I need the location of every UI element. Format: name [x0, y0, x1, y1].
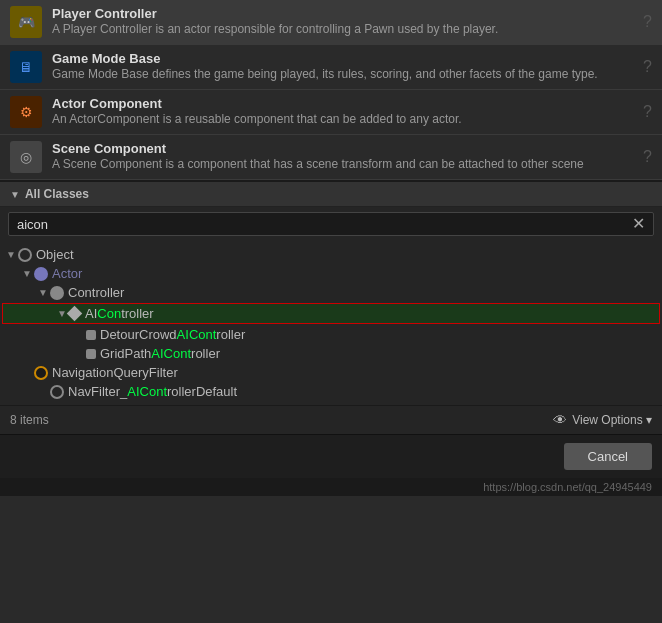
node-icon-aicontroller: [67, 306, 83, 322]
view-options-label: View Options ▾: [572, 413, 652, 427]
tree-item-object[interactable]: ▼ Object: [0, 245, 662, 264]
class-item-player-controller[interactable]: 🎮 Player Controller A Player Controller …: [0, 0, 662, 45]
tree-item-detourcrowd[interactable]: ▶ DetourCrowdAIController: [0, 325, 662, 344]
node-icon-actor: [34, 267, 48, 281]
view-options[interactable]: 👁 View Options ▾: [553, 412, 652, 428]
tree-item-controller[interactable]: ▼ Controller: [0, 283, 662, 302]
node-icon-gridpath: [86, 349, 96, 359]
highlight-navfilter-ai: AICont: [127, 384, 167, 399]
expand-navfilter: ▶: [36, 386, 50, 397]
game-mode-base-icon: 🖥: [10, 51, 42, 83]
help-icon-0: ?: [643, 13, 652, 31]
player-controller-desc: A Player Controller is an actor responsi…: [52, 21, 633, 38]
expand-actor[interactable]: ▼: [20, 268, 34, 279]
help-icon-3: ?: [643, 148, 652, 166]
eye-icon: 👁: [553, 412, 567, 428]
search-input[interactable]: [17, 217, 632, 232]
tree-item-navfilter[interactable]: ▶ NavFilter_AIControllerDefault: [0, 382, 662, 401]
highlight-gridpath-ai: AICont: [151, 346, 191, 361]
search-bar[interactable]: ✕: [8, 212, 654, 236]
cancel-area: Cancel: [0, 434, 662, 478]
all-classes-section: ▼ All Classes ✕ ▼ Object ▼ Actor ▼ Contr…: [0, 180, 662, 434]
node-icon-detourcrowd: [86, 330, 96, 340]
help-icon-1: ?: [643, 58, 652, 76]
help-icon-2: ?: [643, 103, 652, 121]
game-mode-base-name: Game Mode Base: [52, 51, 633, 66]
cancel-button[interactable]: Cancel: [564, 443, 652, 470]
expand-object[interactable]: ▼: [4, 249, 18, 260]
tree-label-detourcrowd: DetourCrowdAIController: [100, 327, 245, 342]
tree-label-gridpath: GridPathAIController: [100, 346, 220, 361]
item-count: 8 items: [10, 413, 49, 427]
tree-item-gridpath[interactable]: ▶ GridPathAIController: [0, 344, 662, 363]
class-item-scene-component[interactable]: ◎ Scene Component A Scene Component is a…: [0, 135, 662, 180]
scene-component-name: Scene Component: [52, 141, 633, 156]
footer-url: https://blog.csdn.net/qq_24945449: [0, 478, 662, 496]
tree-label-actor: Actor: [52, 266, 82, 281]
node-icon-controller: [50, 286, 64, 300]
tree-item-navqueryfilter[interactable]: ▶ NavigationQueryFilter: [0, 363, 662, 382]
game-mode-base-desc: Game Mode Base defines the game being pl…: [52, 66, 633, 83]
tree-label-navqueryfilter: NavigationQueryFilter: [52, 365, 178, 380]
actor-component-name: Actor Component: [52, 96, 633, 111]
highlight-detourcrowd-ai: AICont: [177, 327, 217, 342]
scene-component-desc: A Scene Component is a component that ha…: [52, 156, 633, 173]
highlight-aicontroller-con: Con: [97, 306, 121, 321]
class-item-game-mode-base[interactable]: 🖥 Game Mode Base Game Mode Base defines …: [0, 45, 662, 90]
all-classes-header: ▼ All Classes: [0, 182, 662, 207]
tree-view: ▼ Object ▼ Actor ▼ Controller ▼ AIContro…: [0, 241, 662, 405]
tree-item-actor[interactable]: ▼ Actor: [0, 264, 662, 283]
tree-label-controller: Controller: [68, 285, 124, 300]
actor-component-desc: An ActorComponent is a reusable componen…: [52, 111, 633, 128]
class-item-actor-component[interactable]: ⚙ Actor Component An ActorComponent is a…: [0, 90, 662, 135]
scene-component-icon: ◎: [10, 141, 42, 173]
player-controller-icon: 🎮: [10, 6, 42, 38]
triangle-icon: ▼: [10, 189, 20, 200]
expand-controller[interactable]: ▼: [36, 287, 50, 298]
tree-label-object: Object: [36, 247, 74, 262]
all-classes-label: All Classes: [25, 187, 89, 201]
actor-component-icon: ⚙: [10, 96, 42, 128]
top-section: 🎮 Player Controller A Player Controller …: [0, 0, 662, 180]
tree-item-aicontroller[interactable]: ▼ AIController: [2, 303, 660, 324]
bottom-bar: 8 items 👁 View Options ▾: [0, 405, 662, 434]
node-icon-navqueryfilter: [34, 366, 48, 380]
node-icon-navfilter: [50, 385, 64, 399]
expand-detourcrowd: ▶: [72, 329, 86, 340]
node-icon-object: [18, 248, 32, 262]
search-clear-button[interactable]: ✕: [632, 216, 645, 232]
player-controller-name: Player Controller: [52, 6, 633, 21]
expand-gridpath: ▶: [72, 348, 86, 359]
expand-navqueryfilter: ▶: [20, 367, 34, 378]
tree-label-aicontroller: AIController: [85, 306, 154, 321]
tree-label-navfilter: NavFilter_AIControllerDefault: [68, 384, 237, 399]
